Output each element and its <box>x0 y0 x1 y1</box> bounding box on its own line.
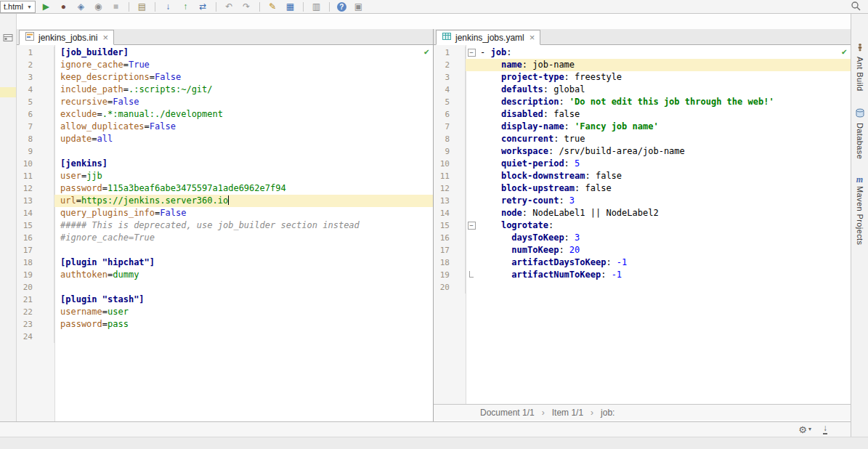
tool-window-ant-build[interactable]: Ant Build <box>856 41 864 92</box>
breadcrumb-item[interactable]: Item 1/1 <box>552 408 583 418</box>
line-number: 4 <box>434 84 466 96</box>
table-view-icon[interactable]: ▦ <box>285 2 296 11</box>
chevron-down-icon: ▾ <box>808 426 811 432</box>
code-line-2[interactable]: 2 name: job-name <box>434 59 851 71</box>
code-line-17[interactable]: 17 <box>17 244 433 256</box>
code-line-20[interactable]: 20 <box>434 281 851 294</box>
editor-ini[interactable]: ✔ 1[job_builder]2ignore_cache=True3keep_… <box>17 45 433 421</box>
editor-pane-right: jenkins_jobs.yaml × ✔ 1−- job:2 name: jo… <box>434 29 851 421</box>
code-line-13[interactable]: 13 retry-count: 3 <box>434 195 851 207</box>
code-line-21[interactable]: 21[plugin "stash"] <box>17 294 433 306</box>
stop-icon[interactable]: ■ <box>110 2 121 11</box>
paste-icon[interactable]: ▤ <box>137 2 147 11</box>
code-line-11[interactable]: 11user=jjb <box>17 170 433 182</box>
code-line-4[interactable]: 4 defaults: global <box>434 84 851 96</box>
code-line-22[interactable]: 22username=user <box>17 306 433 318</box>
fold-column <box>466 145 477 158</box>
code-line-1[interactable]: 1−- job: <box>434 46 851 59</box>
tab-label: jenkins_jobs.ini <box>38 33 97 43</box>
vcs-update-icon[interactable]: ↓ <box>163 2 174 11</box>
code-line-16[interactable]: 16#ignore_cache=True <box>17 232 433 244</box>
fold-column <box>466 281 477 294</box>
vcs-sync-icon[interactable]: ⇄ <box>198 2 208 11</box>
code-line-20[interactable]: 20 <box>17 281 433 294</box>
tab-jenkins-jobs-ini[interactable]: jenkins_jobs.ini × <box>19 30 114 45</box>
code-line-19[interactable]: 19authtoken=dummy <box>17 269 433 281</box>
code-line-24[interactable]: 24 <box>17 331 433 343</box>
tab-jenkins-jobs-yaml[interactable]: jenkins_jobs.yaml × <box>436 30 540 45</box>
code-line-14[interactable]: 14 node: NodeLabel1 || NodeLabel2 <box>434 207 851 219</box>
code-line-1[interactable]: 1[job_builder] <box>17 46 433 59</box>
breadcrumb-item[interactable]: job: <box>601 408 615 418</box>
breadcrumb-item[interactable]: Document 1/1 <box>480 408 535 418</box>
code-line-5[interactable]: 5recursive=False <box>17 96 433 108</box>
tool-window-label: Maven Projects <box>856 186 864 245</box>
debug-icon[interactable]: ● <box>58 2 69 11</box>
inspection-ok-icon: ✔ <box>424 46 429 58</box>
fold-marker-icon[interactable] <box>469 271 474 278</box>
line-number: 2 <box>434 59 466 71</box>
close-tab-icon[interactable]: × <box>102 33 108 42</box>
code-line-17[interactable]: 17 numToKeep: 20 <box>434 244 851 256</box>
code-line-4[interactable]: 4include_path=.:scripts:~/git/ <box>17 84 433 96</box>
code-line-9[interactable]: 9 workspace: /srv/build-area/job-name <box>434 145 851 158</box>
run-configuration-select[interactable]: t.html ▼ <box>0 1 36 13</box>
code-line-6[interactable]: 6 disabled: false <box>434 108 851 121</box>
line-number: 4 <box>17 84 54 96</box>
code-line-5[interactable]: 5 description: 'Do not edit this job thr… <box>434 96 851 108</box>
code-text: password=pass <box>54 318 129 331</box>
code-line-9[interactable]: 9 <box>17 145 433 158</box>
code-line-16[interactable]: 16 daysToKeep: 3 <box>434 232 851 244</box>
fold-marker-icon[interactable]: − <box>468 222 476 230</box>
code-line-7[interactable]: 7allow_duplicates=False <box>17 121 433 133</box>
code-line-23[interactable]: 23password=pass <box>17 318 433 331</box>
fold-column <box>466 207 477 219</box>
code-line-10[interactable]: 10 quiet-period: 5 <box>434 158 851 170</box>
settings-gear-icon[interactable]: ⚙ ▾ <box>798 425 811 434</box>
tool-stripe-icon[interactable] <box>3 33 13 43</box>
code-line-8[interactable]: 8update=all <box>17 133 433 145</box>
run-coverage-icon[interactable]: ◈ <box>76 2 86 11</box>
help-icon[interactable]: ? <box>337 2 346 12</box>
vcs-commit-icon[interactable]: ↑ <box>180 2 191 11</box>
profiler-icon[interactable]: ◉ <box>93 2 104 11</box>
code-line-19[interactable]: 19 artifactNumToKeep: -1 <box>434 269 851 281</box>
code-line-15[interactable]: 15− logrotate: <box>434 219 851 232</box>
tool-window-label: Ant Build <box>856 57 864 92</box>
code-line-6[interactable]: 6exclude=.*:manual:./development <box>17 108 433 121</box>
code-text <box>54 281 60 294</box>
redo-icon[interactable]: ↷ <box>241 2 252 11</box>
line-number: 14 <box>434 207 466 219</box>
code-line-12[interactable]: 12 block-upstream: false <box>434 182 851 195</box>
code-line-18[interactable]: 18[plugin "hipchat"] <box>17 256 433 269</box>
code-text: artifactNumToKeep: -1 <box>477 269 622 281</box>
editor-yaml[interactable]: ✔ 1−- job:2 name: job-name3 project-type… <box>434 45 851 404</box>
close-tab-icon[interactable]: × <box>530 33 535 42</box>
code-line-10[interactable]: 10[jenkins] <box>17 158 433 170</box>
code-line-15[interactable]: 15##### This is deprecated, use job_buil… <box>17 219 433 232</box>
code-line-2[interactable]: 2ignore_cache=True <box>17 59 433 71</box>
tool-window-maven-projects[interactable]: m Maven Projects <box>856 175 864 245</box>
code-line-18[interactable]: 18 artifactDaysToKeep: -1 <box>434 256 851 269</box>
maven-icon: m <box>856 175 863 184</box>
code-line-3[interactable]: 3 project-type: freestyle <box>434 71 851 84</box>
run-icon[interactable]: ▶ <box>41 2 52 11</box>
code-line-14[interactable]: 14query_plugins_info=False <box>17 207 433 219</box>
code-line-12[interactable]: 12password=115a3beaf6abe3475597a1ade6962… <box>17 182 433 195</box>
code-line-11[interactable]: 11 block-downstream: false <box>434 170 851 182</box>
search-icon[interactable] <box>850 1 861 12</box>
fold-marker-icon[interactable]: − <box>468 49 476 57</box>
code-line-3[interactable]: 3keep_descriptions=False <box>17 71 433 84</box>
tool-window-database[interactable]: Database <box>856 108 864 159</box>
sql-console-icon[interactable]: ✎ <box>267 2 278 11</box>
line-number: 21 <box>17 294 54 306</box>
code-line-7[interactable]: 7 display-name: 'Fancy job name' <box>434 121 851 133</box>
edit-source-icon[interactable]: ▣ <box>353 2 364 11</box>
code-text: workspace: /srv/build-area/job-name <box>477 145 685 158</box>
column-mode-icon[interactable]: ▥ <box>311 2 322 11</box>
code-line-13[interactable]: 13url=https://jenkins.server360.io <box>17 195 433 207</box>
toolbar-separator <box>155 2 155 12</box>
undo-icon[interactable]: ↶ <box>224 2 235 11</box>
code-line-8[interactable]: 8 concurrent: true <box>434 133 851 145</box>
scroll-to-end-icon[interactable]: ↓ <box>823 424 827 434</box>
